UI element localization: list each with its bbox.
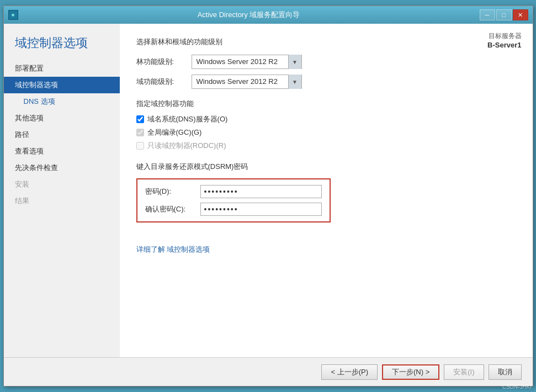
title-bar: ■ Active Directory 域服务配置向导 ─ □ ✕ (4, 6, 533, 24)
help-link[interactable]: 详细了解 域控制器选项 (136, 245, 210, 253)
next-button[interactable]: 下一步(N) > (382, 364, 439, 380)
back-button[interactable]: < 上一步(P) (321, 364, 378, 380)
forest-level-arrow[interactable]: ▼ (288, 55, 301, 69)
sidebar-item-dns-options[interactable]: DNS 选项 (4, 93, 120, 110)
gc-checkbox-row: 全局编录(GC)(G) (136, 128, 516, 137)
domain-level-row: 域功能级别: Windows Server 2012 R2 ▼ (136, 75, 516, 89)
window-icon: ■ (8, 10, 18, 20)
left-panel: 域控制器选项 部署配置 域控制器选项 DNS 选项 其他选项 路径 查看选项 先… (4, 24, 120, 357)
forest-level-value: Windows Server 2012 R2 (192, 55, 288, 69)
page-title: 域控制器选项 (4, 35, 120, 60)
main-body: 域控制器选项 部署配置 域控制器选项 DNS 选项 其他选项 路径 查看选项 先… (4, 24, 533, 357)
dsrm-title: 键入目录服务还原模式(DSRM)密码 (136, 162, 516, 172)
dns-checkbox-label[interactable]: 域名系统(DNS)服务器(O) (147, 114, 228, 124)
password-row: 密码(D): (145, 185, 322, 198)
target-server-name: B-Server1 (487, 41, 521, 49)
sidebar-item-result: 结果 (4, 193, 120, 209)
main-window: ■ Active Directory 域服务配置向导 ─ □ ✕ 域控制器选项 … (3, 6, 533, 386)
forest-level-dropdown[interactable]: Windows Server 2012 R2 ▼ (192, 55, 302, 69)
sidebar-item-other-options[interactable]: 其他选项 (4, 110, 120, 126)
bottom-bar: < 上一步(P) 下一步(N) > 安装(I) 取消 (4, 357, 533, 386)
sidebar-item-prereq[interactable]: 先决条件检查 (4, 160, 120, 176)
window-controls: ─ □ ✕ (480, 9, 528, 20)
forest-level-row: 林功能级别: Windows Server 2012 R2 ▼ (136, 55, 516, 69)
password-box: 密码(D): 确认密码(C): (136, 178, 331, 223)
domain-level-value: Windows Server 2012 R2 (192, 75, 288, 89)
confirm-input[interactable] (200, 203, 322, 216)
sidebar-item-deployment[interactable]: 部署配置 (4, 60, 120, 77)
sidebar-item-dc-options[interactable]: 域控制器选项 (4, 77, 120, 93)
forest-domain-section-title: 选择新林和根域的功能级别 (136, 37, 516, 47)
watermark: CSDN-JHKI (502, 384, 532, 390)
dsrm-section: 键入目录服务还原模式(DSRM)密码 密码(D): 确认密码(C): (136, 162, 516, 223)
dns-checkbox[interactable] (136, 115, 144, 123)
target-server-info: 目标服务器 B-Server1 (487, 31, 521, 49)
domain-level-dropdown[interactable]: Windows Server 2012 R2 ▼ (192, 75, 302, 89)
domain-level-arrow[interactable]: ▼ (288, 75, 301, 89)
rodc-checkbox-row: 只读域控制器(RODC)(R) (136, 141, 516, 151)
sidebar-item-install: 安装 (4, 176, 120, 193)
right-panel: 目标服务器 B-Server1 选择新林和根域的功能级别 林功能级别: Wind… (120, 24, 533, 357)
gc-checkbox-label: 全局编录(GC)(G) (147, 128, 202, 137)
password-input[interactable] (200, 185, 322, 198)
confirm-label: 确认密码(C): (145, 204, 200, 214)
password-label: 密码(D): (145, 187, 200, 197)
confirm-row: 确认密码(C): (145, 203, 322, 216)
maximize-button[interactable]: □ (496, 9, 512, 20)
rodc-checkbox-label: 只读域控制器(RODC)(R) (147, 141, 226, 151)
forest-level-label: 林功能级别: (136, 57, 192, 67)
rodc-checkbox (136, 142, 144, 150)
close-button[interactable]: ✕ (513, 9, 528, 20)
sidebar-item-paths[interactable]: 路径 (4, 126, 120, 143)
minimize-button[interactable]: ─ (480, 9, 495, 20)
cancel-button[interactable]: 取消 (489, 364, 522, 380)
install-button: 安装(I) (444, 364, 484, 380)
domain-level-label: 域功能级别: (136, 77, 192, 87)
dc-function-title: 指定域控制器功能 (136, 99, 516, 109)
dns-checkbox-row: 域名系统(DNS)服务器(O) (136, 114, 516, 124)
window-title: Active Directory 域服务配置向导 (18, 10, 480, 20)
sidebar-item-review[interactable]: 查看选项 (4, 143, 120, 160)
gc-checkbox (136, 129, 144, 136)
target-server-label: 目标服务器 (487, 31, 521, 41)
